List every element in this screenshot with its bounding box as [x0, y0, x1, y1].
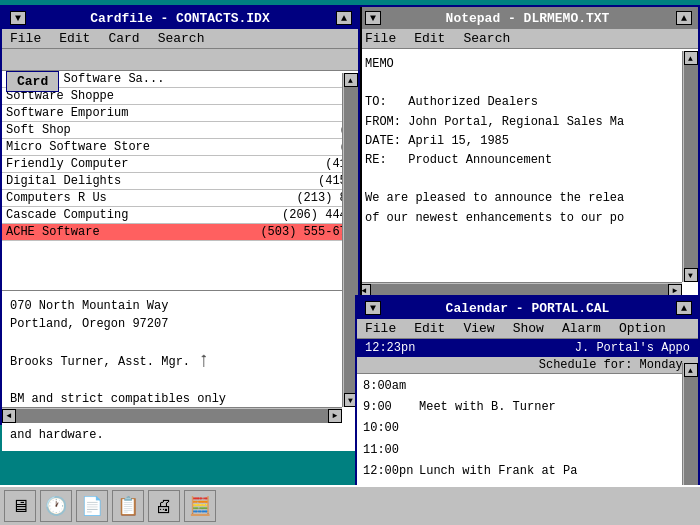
taskbar: 🖥 🕐 📄 📋 🖨 🧮 — [0, 485, 700, 525]
cal-time: 11:00 — [363, 441, 415, 460]
card-line: and hardware. — [10, 426, 350, 444]
list-item[interactable]: Soft Shop(2 — [2, 122, 358, 139]
notepad-menu-search[interactable]: Search — [459, 30, 514, 47]
notepad-line: RE: Product Announcement — [365, 151, 690, 170]
cardfile-title: Cardfile - CONTACTS.IDX — [26, 11, 334, 26]
list-item[interactable]: Digital Delights(415) — [2, 173, 358, 190]
card-list: Western Software Sa... Software Shoppe S… — [2, 71, 358, 291]
cal-event-label: Lunch with Frank at Pa — [419, 462, 577, 481]
cal-event-row: 10:00 — [363, 418, 692, 439]
cal-event-row: 9:00 Meet with B. Turner — [363, 397, 692, 418]
cardfile-scrollbar-h[interactable]: ◄ ► — [2, 407, 342, 423]
taskbar-icon-document[interactable]: 📄 — [76, 490, 108, 522]
cardfile-menu-card[interactable]: Card — [104, 30, 143, 47]
cal-menu-view[interactable]: View — [459, 320, 498, 337]
list-item[interactable]: Software Emporium — [2, 105, 358, 122]
notepad-menu-file[interactable]: File — [361, 30, 400, 47]
cal-time: 9:00 — [363, 398, 415, 417]
calendar-header: 12:23pn J. Portal's Appo — [357, 339, 698, 357]
cal-event-row: 11:00 — [363, 440, 692, 461]
cardfile-menu-search[interactable]: Search — [154, 30, 209, 47]
list-item-selected[interactable]: ACHE Software(503) 555-672 — [2, 224, 358, 241]
taskbar-icon-clock[interactable]: 🕐 — [40, 490, 72, 522]
cardfile-close-btn[interactable]: ▼ — [10, 11, 26, 25]
cardfile-menu: File Edit Card Search — [2, 29, 358, 49]
notepad-line: FROM: John Portal, Regional Sales Ma — [365, 113, 690, 132]
card-content: 070 North Mountain Way Portland, Oregon … — [2, 291, 358, 451]
scroll-h-track[interactable] — [16, 409, 328, 423]
cal-event-row: 12:00pn Lunch with Frank at Pa — [363, 461, 692, 482]
list-item[interactable]: Micro Software Store(5 — [2, 139, 358, 156]
notepad-menu-edit[interactable]: Edit — [410, 30, 449, 47]
notepad-line: DATE: April 15, 1985 — [365, 132, 690, 151]
cal-time: 10:00 — [363, 419, 415, 438]
taskbar-icon-printer[interactable]: 🖨 — [148, 490, 180, 522]
calendar-menu: File Edit View Show Alarm Option — [357, 319, 698, 339]
cardfile-window: ▼ Cardfile - CONTACTS.IDX ▲ File Edit Ca… — [0, 5, 360, 425]
notepad-line — [365, 170, 690, 189]
cal-menu-show[interactable]: Show — [509, 320, 548, 337]
calendar-title: Calendar - PORTAL.CAL — [381, 301, 674, 316]
cal-menu-alarm[interactable]: Alarm — [558, 320, 605, 337]
card-line — [10, 333, 350, 351]
calendar-title-bar: ▼ Calendar - PORTAL.CAL ▲ — [357, 297, 698, 319]
notepad-line: MEMO — [365, 55, 690, 74]
cardfile-menu-file[interactable]: File — [6, 30, 45, 47]
calendar-subheader: Schedule for: Monday, — [539, 358, 690, 372]
notepad-line — [365, 74, 690, 93]
scroll-left-btn[interactable]: ◄ — [2, 409, 16, 423]
notepad-window: ▼ Notepad - DLRMEMO.TXT ▲ File Edit Sear… — [355, 5, 700, 300]
scroll-right-btn[interactable]: ► — [328, 409, 342, 423]
cardfile-title-bar: ▼ Cardfile - CONTACTS.IDX ▲ — [2, 7, 358, 29]
calendar-window: ▼ Calendar - PORTAL.CAL ▲ File Edit View… — [355, 295, 700, 515]
notepad-max-btn[interactable]: ▲ — [676, 11, 692, 25]
calendar-max-btn[interactable]: ▲ — [676, 301, 692, 315]
cal-time: 12:00pn — [363, 462, 415, 481]
scroll-down-btn[interactable]: ▼ — [684, 268, 698, 282]
card-line: 070 North Mountain Way — [10, 297, 350, 315]
calendar-owner: J. Portal's Appo — [575, 341, 690, 355]
card-line — [10, 372, 350, 390]
scroll-up-btn[interactable]: ▲ — [344, 73, 358, 87]
notepad-line: We are pleased to announce the relea — [365, 189, 690, 208]
card-line: BM and strict compatibles only — [10, 390, 350, 408]
cal-menu-edit[interactable]: Edit — [410, 320, 449, 337]
cardfile-menu-edit[interactable]: Edit — [55, 30, 94, 47]
cardfile-max-btn[interactable]: ▲ — [336, 11, 352, 25]
cal-event-label: Meet with B. Turner — [419, 398, 556, 417]
notepad-menu: File Edit Search — [357, 29, 698, 49]
notepad-close-btn[interactable]: ▼ — [365, 11, 381, 25]
card-line: Portland, Oregon 97207 — [10, 315, 350, 333]
calendar-close-btn[interactable]: ▼ — [365, 301, 381, 315]
list-item[interactable]: Computers R Us(213) 88 — [2, 190, 358, 207]
cal-menu-file[interactable]: File — [361, 320, 400, 337]
card-tab-label: Card — [6, 71, 59, 92]
scroll-up-btn[interactable]: ▲ — [684, 51, 698, 65]
notepad-line: TO: Authorized Dealers — [365, 93, 690, 112]
notepad-line: of our newest enhancements to our po — [365, 209, 690, 228]
list-item[interactable]: Cascade Computing(206) 444- — [2, 207, 358, 224]
scroll-up-btn[interactable]: ▲ — [684, 363, 698, 377]
taskbar-icon-monitor[interactable]: 🖥 — [4, 490, 36, 522]
list-item[interactable]: Friendly Computer(415 — [2, 156, 358, 173]
notepad-title: Notepad - DLRMEMO.TXT — [381, 11, 674, 26]
notepad-title-bar: ▼ Notepad - DLRMEMO.TXT ▲ — [357, 7, 698, 29]
card-line: Brooks Turner, Asst. Mgr. ⭡ — [10, 351, 350, 372]
scroll-track[interactable] — [684, 377, 698, 499]
taskbar-icon-calculator[interactable]: 🧮 — [184, 490, 216, 522]
calendar-time: 12:23pn — [365, 341, 415, 355]
cal-time: 8:00am — [363, 377, 415, 396]
notepad-content: MEMO TO: Authorized Dealers FROM: John P… — [357, 49, 698, 296]
cal-event-row: 8:00am — [363, 376, 692, 397]
scroll-track[interactable] — [684, 65, 698, 268]
taskbar-icon-clipboard[interactable]: 📋 — [112, 490, 144, 522]
cal-menu-option[interactable]: Option — [615, 320, 670, 337]
notepad-scrollbar-v[interactable]: ▲ ▼ — [682, 51, 698, 282]
